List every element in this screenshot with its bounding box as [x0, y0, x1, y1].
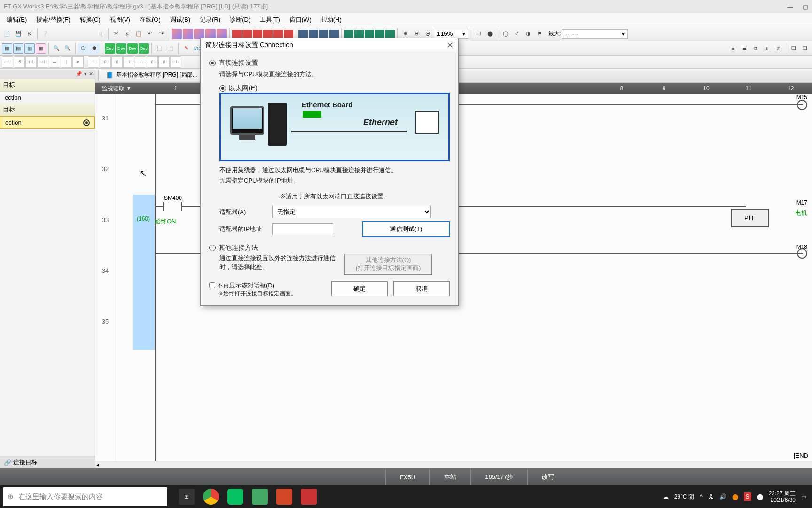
toolbar-btn[interactable]: ≡ — [95, 29, 106, 39]
menu-online[interactable]: 在线(O) — [135, 16, 165, 24]
toolbar-btn[interactable] — [298, 30, 308, 38]
ladder-sym[interactable]: ⊣⊢aF7 — [111, 56, 123, 68]
powerpoint-icon[interactable] — [276, 489, 292, 505]
menu-edit[interactable]: 编辑(E) — [2, 16, 31, 24]
toolbar-btn[interactable]: ◯ — [500, 29, 511, 39]
toolbar-btn[interactable]: ▥ — [24, 43, 35, 54]
horizontal-scrollbar[interactable]: ◂ — [95, 461, 812, 468]
toolbar-btn[interactable] — [385, 30, 395, 38]
close-icon[interactable]: ✕ — [446, 40, 453, 50]
monitor-read-button[interactable]: 监视读取 ▾ — [95, 85, 155, 93]
menu-find[interactable]: 搜索/替换(F) — [31, 16, 75, 24]
toolbar-btn[interactable] — [172, 29, 182, 39]
dropdown-icon[interactable]: ▾ — [622, 31, 625, 37]
toolbar-btn[interactable] — [309, 30, 318, 38]
minimize-icon[interactable]: — — [787, 3, 793, 10]
toolbar-btn[interactable]: ≣ — [739, 43, 750, 54]
toolbar-btn[interactable] — [273, 30, 283, 38]
nav-item[interactable]: ection — [0, 92, 95, 103]
dont-show-checkbox[interactable]: 不再显示该对话框(D) — [209, 281, 326, 290]
toolbar-btn[interactable]: ⧉ — [750, 43, 761, 54]
toolbar-btn[interactable]: ▦ — [2, 43, 12, 54]
toolbar-btn[interactable]: ◑ — [523, 29, 533, 39]
taskbar-search[interactable]: ⊕ 在这里输入你要搜索的内容 — [3, 487, 167, 506]
ok-button[interactable]: 确定 — [331, 281, 388, 296]
save-icon[interactable]: 💾 — [13, 29, 23, 39]
max-combo[interactable]: ------- ▾ — [562, 29, 628, 39]
ime-icon[interactable]: S — [744, 492, 751, 501]
ladder-sym[interactable]: ⊣↓⊢sF6 — [37, 56, 48, 68]
toolbar-btn[interactable]: Dev — [116, 43, 126, 54]
taskbar-clock[interactable]: 22:27 周三 2021/6/30 — [769, 490, 796, 504]
toolbar-btn[interactable]: ⬤ — [485, 29, 495, 39]
menu-tool[interactable]: 工具(T) — [255, 16, 285, 24]
editor-tab[interactable]: 📘 基本指令教学程序 [PRG] [局部... — [98, 70, 205, 81]
zoom-combo[interactable]: ▾ — [434, 29, 468, 39]
menu-window[interactable]: 窗口(W) — [285, 16, 316, 24]
volume-icon[interactable]: 🔊 — [719, 493, 726, 500]
toolbar-btn[interactable]: ❏ — [789, 43, 799, 54]
ladder-sym[interactable]: —F9 — [49, 56, 60, 68]
toolbar-btn[interactable] — [329, 30, 339, 38]
toolbar-btn[interactable]: ⎚ — [773, 43, 783, 54]
menu-diagnose[interactable]: 诊断(D) — [225, 16, 255, 24]
ladder-sym[interactable]: ⊣⊢sF7 — [88, 56, 99, 68]
toolbar-btn[interactable] — [232, 30, 242, 38]
toolbar-btn[interactable]: Dev — [139, 43, 149, 54]
nav-bottom-tab[interactable]: 🔗 连接目标 — [0, 456, 95, 468]
ladder-sym[interactable]: |sF9 — [61, 56, 72, 68]
ladder-sym[interactable]: ⊣↑⊢sF5 — [25, 56, 37, 68]
close-icon[interactable]: ✕ — [89, 71, 93, 77]
plf-instruction[interactable]: PLF — [731, 209, 769, 227]
toolbar-btn[interactable] — [344, 30, 353, 38]
app-icon[interactable] — [301, 489, 317, 505]
toolbar-btn[interactable] — [319, 30, 328, 38]
toolbar-btn[interactable]: ⎘ — [24, 29, 35, 39]
tray-icon[interactable]: ⬤ — [732, 493, 738, 500]
zoom-value[interactable] — [437, 30, 461, 37]
network-icon[interactable]: 🖧 — [708, 493, 714, 500]
toolbar-btn[interactable]: ⬡ — [78, 43, 88, 54]
maximize-icon[interactable]: ▢ — [803, 3, 808, 10]
ip-input[interactable] — [272, 223, 333, 235]
menu-debug[interactable]: 调试(B) — [165, 16, 195, 24]
wechat-icon[interactable] — [227, 489, 243, 505]
menu-convert[interactable]: 转换(C) — [75, 16, 105, 24]
ladder-sym[interactable]: ⊣⊢sF8 — [100, 56, 111, 68]
toolbar-btn[interactable] — [365, 30, 374, 38]
toolbar-btn[interactable] — [253, 30, 262, 38]
toolbar-btn[interactable] — [242, 30, 252, 38]
contact-sm400[interactable] — [163, 202, 182, 211]
pin-icon[interactable]: 📌 — [76, 71, 82, 77]
toolbar-btn[interactable] — [375, 30, 384, 38]
toolbar-btn[interactable]: Dev — [105, 43, 115, 54]
toolbar-btn[interactable] — [183, 29, 193, 39]
ladder-sym[interactable]: ⊣⊢aF8 — [123, 56, 134, 68]
other-method-radio[interactable]: 其他连接方法 — [209, 244, 450, 252]
ladder-sym[interactable]: ⊣⊢F5 — [2, 56, 13, 68]
copy-icon[interactable]: ⎘ — [122, 29, 133, 39]
checkbox-input[interactable] — [209, 282, 215, 288]
toolbar-btn[interactable]: ✎ — [181, 43, 191, 54]
toolbar-btn[interactable]: ☐ — [474, 29, 484, 39]
find-icon[interactable]: 🔍 — [51, 43, 62, 54]
ladder-sym[interactable]: ⊣⊢saF5 — [135, 56, 146, 68]
tray-icon[interactable]: ⬤ — [757, 493, 763, 500]
weather-icon[interactable]: ☁ — [663, 493, 669, 500]
dropdown-icon[interactable]: ▾ — [462, 31, 465, 37]
paste-icon[interactable]: 📋 — [133, 29, 144, 39]
toolbar-btn[interactable] — [284, 30, 293, 38]
toolbar-btn[interactable]: ▦ — [36, 43, 46, 54]
app-icon[interactable] — [252, 489, 268, 505]
task-view-icon[interactable]: ⊞ — [179, 489, 195, 505]
menu-help[interactable]: 帮助(H) — [316, 16, 346, 24]
toolbar-btn[interactable]: ❏ — [800, 43, 810, 54]
ladder-sym[interactable]: ⊣/⊢F6 — [14, 56, 25, 68]
ladder-sym[interactable]: ⊣⊢saF7 — [158, 56, 170, 68]
ladder-sym[interactable]: ✕cF10 — [72, 56, 84, 68]
weather-text[interactable]: 29°C 阴 — [674, 493, 694, 501]
toolbar-btn[interactable]: Dev — [127, 43, 138, 54]
toolbar-btn[interactable]: ⚑ — [534, 29, 545, 39]
ethernet-radio[interactable]: 以太网(E) — [219, 84, 450, 93]
nav-item-selected[interactable]: ection — [0, 116, 95, 129]
